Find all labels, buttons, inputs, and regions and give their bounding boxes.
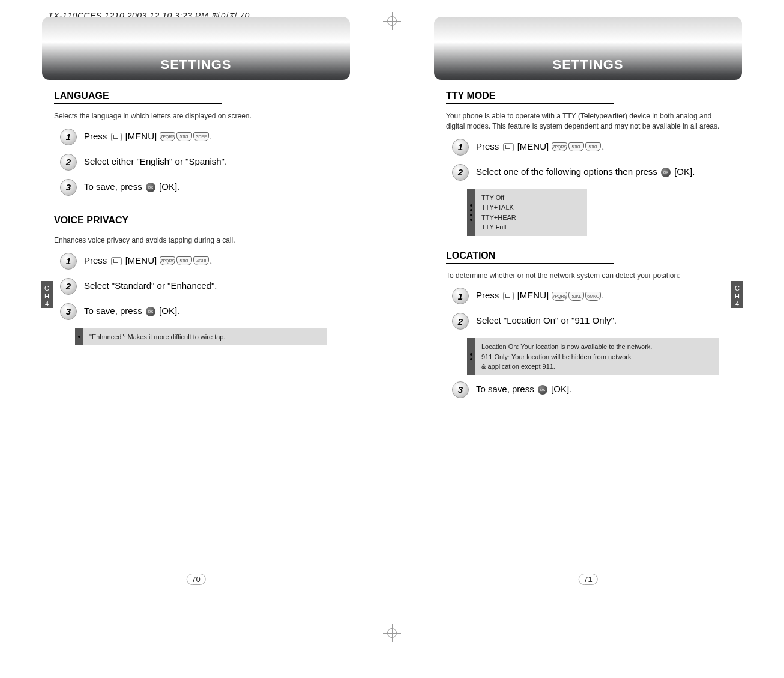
- key-7: 7PQRS: [552, 292, 567, 301]
- key-5: 5JKL: [176, 132, 192, 141]
- step-badge: 1: [60, 253, 77, 270]
- chapter-tab-right: CH4: [731, 281, 743, 308]
- voice-step-2: 2 Select "Standard" or "Enhanced".: [60, 278, 338, 295]
- key-7: 7PQRS: [160, 256, 175, 265]
- tty-step-2: 2 Select one of the following options th…: [452, 164, 730, 181]
- banner-left: SETTINGS: [42, 17, 350, 80]
- loc-step-3: 3 To save, press OK [OK].: [452, 381, 730, 398]
- step-text: To save, press OK [OK].: [476, 381, 571, 396]
- section-title-language: LANGUAGE: [54, 91, 222, 104]
- voice-step-1: 1 Press [MENU] 7PQRS5JKL4GHI.: [60, 253, 338, 270]
- page-spread: CH4 SETTINGS LANGUAGE Selects the langua…: [0, 0, 784, 678]
- step-badge: 1: [60, 129, 77, 145]
- step-text: Select either "English" or "Spanish".: [84, 154, 227, 169]
- page-right: CH4 SETTINGS TTY MODE Your phone is able…: [392, 17, 784, 678]
- banner-title-left: SETTINGS: [160, 57, 231, 73]
- note-location: Location On: Your location is now availa…: [467, 338, 719, 375]
- softkey-icon: [503, 292, 514, 300]
- key-5: 5JKL: [568, 292, 584, 301]
- step-text: Press [MENU] 7PQRS5JKL4GHI.: [84, 253, 213, 268]
- step-badge: 1: [452, 139, 469, 156]
- intro-tty: Your phone is able to operate with a TTY…: [446, 111, 730, 132]
- softkey-icon: [503, 143, 514, 151]
- note-content: "Enhanced": Makes it more difficult to w…: [83, 328, 327, 346]
- key-3: 3DEF: [193, 132, 209, 141]
- step-badge: 1: [452, 288, 469, 304]
- section-title-voice: VOICE PRIVACY: [54, 215, 222, 228]
- softkey-icon: [111, 133, 122, 141]
- step-text: Press [MENU] 7PQRS5JKL6MNO.: [476, 288, 605, 303]
- lang-step-2: 2 Select either "English" or "Spanish".: [60, 154, 338, 171]
- key-5b: 5JKL: [585, 142, 601, 151]
- voice-step-3: 3 To save, press OK [OK].: [60, 303, 338, 320]
- lang-step-1: 1 Press [MENU] 7PQRS5JKL3DEF.: [60, 129, 338, 145]
- tty-step-1: 1 Press [MENU] 7PQRS5JKL5JKL.: [452, 139, 730, 156]
- key-7: 7PQRS: [160, 132, 175, 141]
- note-bar: [75, 328, 83, 346]
- loc-step-1: 1 Press [MENU] 7PQRS5JKL6MNO.: [452, 288, 730, 304]
- step-text: Select "Location On" or "911 Only".: [476, 313, 617, 328]
- note-content: TTY Off TTY+TALK TTY+HEAR TTY Full: [475, 189, 587, 236]
- section-title-tty: TTY MODE: [446, 91, 614, 104]
- note-tty-options: TTY Off TTY+TALK TTY+HEAR TTY Full: [467, 189, 587, 236]
- note-bar: [467, 189, 475, 236]
- intro-language: Selects the language in which letters ar…: [54, 111, 338, 121]
- banner-right: SETTINGS: [434, 17, 742, 80]
- ok-icon: OK: [661, 168, 671, 177]
- banner-title-right: SETTINGS: [552, 57, 623, 73]
- note-bar: [467, 338, 475, 375]
- step-badge: 3: [60, 303, 77, 320]
- step-text: To save, press OK [OK].: [84, 179, 179, 194]
- lang-step-3: 3 To save, press OK [OK].: [60, 179, 338, 196]
- key-5: 5JKL: [568, 142, 584, 151]
- section-title-location: LOCATION: [446, 250, 614, 264]
- step-text: Select "Standard" or "Enhanced".: [84, 278, 217, 293]
- ok-icon: OK: [146, 307, 155, 316]
- step-badge: 2: [452, 313, 469, 330]
- page-left: CH4 SETTINGS LANGUAGE Selects the langua…: [0, 17, 392, 678]
- key-4: 4GHI: [193, 256, 209, 265]
- key-5: 5JKL: [176, 256, 192, 265]
- step-badge: 2: [452, 164, 469, 181]
- page-number-left: 70: [186, 574, 205, 585]
- step-badge: 3: [452, 381, 469, 398]
- intro-voice: Enhances voice privacy and avoids tappin…: [54, 235, 338, 246]
- page-number-right: 71: [578, 574, 597, 585]
- note-content: Location On: Your location is now availa…: [475, 338, 719, 375]
- step-badge: 3: [60, 179, 77, 196]
- intro-location: To determine whether or not the network …: [446, 271, 730, 281]
- key-7: 7PQRS: [552, 142, 567, 151]
- step-badge: 2: [60, 154, 77, 171]
- step-text: To save, press OK [OK].: [84, 303, 179, 318]
- step-text: Press [MENU] 7PQRS5JKL5JKL.: [476, 139, 605, 154]
- ok-icon: OK: [146, 183, 155, 192]
- note-voice: "Enhanced": Makes it more difficult to w…: [75, 328, 327, 346]
- step-text: Press [MENU] 7PQRS5JKL3DEF.: [84, 129, 213, 144]
- key-6: 6MNO: [585, 292, 601, 301]
- loc-step-2: 2 Select "Location On" or "911 Only".: [452, 313, 730, 330]
- chapter-tab-left: CH4: [41, 281, 53, 308]
- ok-icon: OK: [538, 385, 547, 395]
- step-text: Select one of the following options then…: [476, 164, 695, 179]
- softkey-icon: [111, 257, 122, 265]
- step-badge: 2: [60, 278, 77, 295]
